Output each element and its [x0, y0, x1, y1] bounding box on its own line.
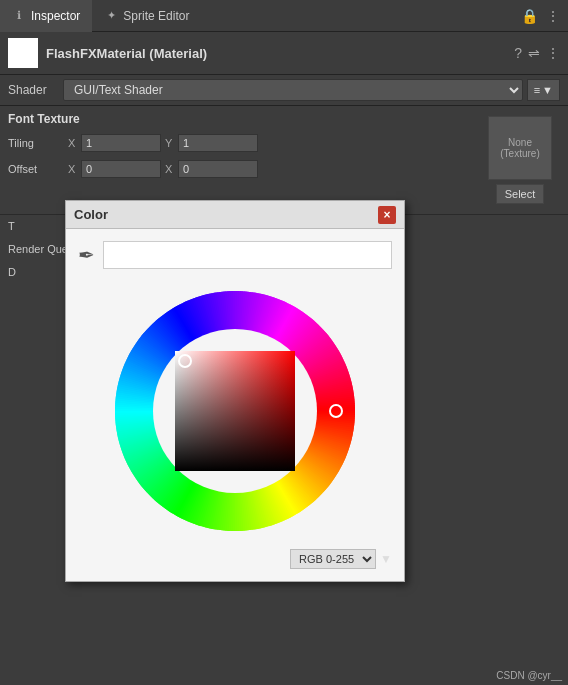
tiling-x-item: X	[68, 134, 161, 152]
tab-inspector-label: Inspector	[31, 9, 80, 23]
offset-x-item: X	[68, 160, 161, 178]
help-icon[interactable]: ?	[514, 45, 522, 61]
offset-xy-group: X X	[68, 160, 480, 178]
watermark: CSDN @cyr__	[496, 670, 562, 681]
shader-list-arrow: ▼	[542, 84, 553, 96]
sprite-editor-icon: ✦	[104, 9, 118, 23]
tab-sprite-editor-label: Sprite Editor	[123, 9, 189, 23]
tiling-x-input[interactable]	[81, 134, 161, 152]
color-dialog-titlebar: Color ×	[66, 201, 404, 229]
tab-bar: ℹ Inspector ✦ Sprite Editor 🔒 ⋮	[0, 0, 568, 32]
tab-sprite-editor[interactable]: ✦ Sprite Editor	[92, 0, 201, 32]
offset-x-axis: X	[68, 163, 78, 175]
offset-row: Offset X X	[8, 158, 480, 180]
color-mode-select[interactable]: RGB 0-255	[290, 549, 376, 569]
font-texture-section: Font Texture Tiling X Y Offset	[0, 106, 568, 215]
tiling-y-item: Y	[165, 134, 258, 152]
material-header: FlashFXMaterial (Material) ? ⇌ ⋮	[0, 32, 568, 75]
texture-thumbnail[interactable]: None(Texture)	[488, 116, 552, 180]
material-info: FlashFXMaterial (Material)	[46, 46, 514, 61]
texture-select-button[interactable]: Select	[496, 184, 545, 204]
shader-label: Shader	[8, 83, 63, 97]
shader-list-button[interactable]: ≡ ▼	[527, 79, 560, 101]
lock-icon[interactable]: 🔒	[521, 8, 538, 24]
color-dialog-close-button[interactable]: ×	[378, 206, 396, 224]
texture-right: None(Texture) Select	[480, 112, 560, 208]
tiling-xy-group: X Y	[68, 134, 480, 152]
settings-icon[interactable]: ⇌	[528, 45, 540, 61]
material-name: FlashFXMaterial (Material)	[46, 46, 514, 61]
texture-thumb-label: None(Texture)	[500, 137, 539, 159]
color-preview-row: ✒	[78, 241, 392, 269]
material-menu-icon[interactable]: ⋮	[546, 45, 560, 61]
color-eyedropper-icon[interactable]: ✒	[78, 243, 95, 267]
shader-list-icon: ≡	[534, 84, 540, 96]
color-preview-box	[103, 241, 392, 269]
tab-bar-right: 🔒 ⋮	[521, 8, 568, 24]
offset-y-item: X	[165, 160, 258, 178]
offset-label: Offset	[8, 163, 68, 175]
tiling-x-axis: X	[68, 137, 78, 149]
inspector-icon: ℹ	[12, 9, 26, 23]
sv-square[interactable]	[175, 351, 295, 471]
tiling-y-input[interactable]	[178, 134, 258, 152]
color-mode-row: RGB 0-255 ▼	[78, 549, 392, 569]
tiling-y-axis: Y	[165, 137, 175, 149]
tab-inspector[interactable]: ℹ Inspector	[0, 0, 92, 32]
font-texture-content: Font Texture Tiling X Y Offset	[8, 112, 560, 208]
shader-select[interactable]: GUI/Text Shader	[63, 79, 523, 101]
color-dialog-title: Color	[74, 207, 108, 222]
color-wheel-container[interactable]	[105, 281, 365, 541]
tiling-row: Tiling X Y	[8, 132, 480, 154]
offset-y-axis: X	[165, 163, 175, 175]
color-dialog-body: ✒	[66, 229, 404, 581]
texture-left: Font Texture Tiling X Y Offset	[8, 112, 480, 208]
font-texture-title: Font Texture	[8, 112, 480, 126]
material-header-actions: ? ⇌ ⋮	[514, 45, 560, 61]
offset-y-input[interactable]	[178, 160, 258, 178]
material-thumbnail	[8, 38, 38, 68]
color-mode-arrow: ▼	[380, 552, 392, 566]
color-dialog: Color × ✒	[65, 200, 405, 582]
shader-row: Shader GUI/Text Shader ≡ ▼	[0, 75, 568, 106]
offset-x-input[interactable]	[81, 160, 161, 178]
tiling-label: Tiling	[8, 137, 68, 149]
tab-menu-icon[interactable]: ⋮	[546, 8, 560, 24]
